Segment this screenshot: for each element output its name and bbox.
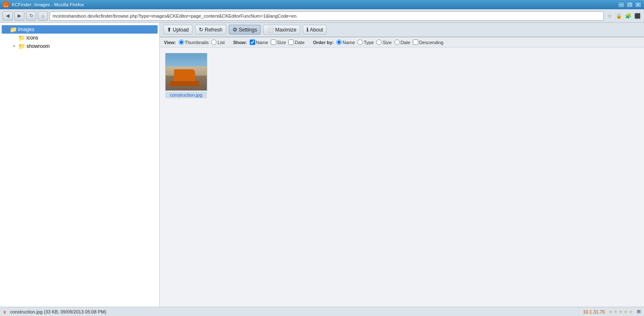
tree-label-showroom: showroom [26, 43, 50, 49]
refresh-button[interactable]: ↻ Refresh [195, 25, 226, 34]
title-bar-controls: — ❐ ✕ [618, 2, 641, 8]
home-button[interactable]: ⌂ [38, 11, 48, 21]
orderby-date-radio[interactable] [394, 40, 400, 45]
orderby-name-label[interactable]: Name [336, 40, 355, 45]
file-info: construction.jpg (33 KB, 09/09/2013 05:0… [10, 309, 106, 314]
firefox-icon: 🦊 [3, 1, 9, 8]
maximize-button[interactable]: ⬜ Maximize [263, 25, 300, 34]
tree-item-showroom[interactable]: + 📁 showroom [10, 42, 158, 50]
address-input[interactable] [50, 11, 604, 21]
orderby-name-radio[interactable] [336, 40, 342, 45]
tree-expander-icons[interactable] [12, 35, 17, 40]
view-group: View: Thumbnails List [164, 40, 225, 45]
show-group: Show: Name Size Date [233, 40, 305, 45]
about-icon: ℹ [306, 26, 309, 33]
address-icons: ☆ 🔒 🧩 ⬛ [605, 12, 641, 20]
tree-label-icons: icons [26, 35, 38, 41]
upload-button[interactable]: ⬆ Upload [163, 25, 193, 34]
construction-image [166, 53, 207, 90]
ip-address: 10.1.31.76 [583, 309, 605, 314]
refresh-label: Refresh [205, 27, 222, 33]
window-title: KCFinder: /images - Mozilla Firefox [12, 2, 84, 7]
view-list-label[interactable]: List [211, 40, 224, 45]
folder-icon-showroom: 📁 [18, 43, 25, 50]
close-label[interactable]: x [3, 309, 6, 314]
back-button[interactable]: ◀ [3, 11, 13, 21]
restore-button[interactable]: ❐ [626, 2, 633, 8]
file-item-construction[interactable]: construction.jpg [164, 52, 208, 100]
refresh-icon: ↻ [199, 26, 203, 33]
orderby-date-label[interactable]: Date [394, 40, 410, 45]
show-date-label[interactable]: Date [288, 40, 304, 45]
tree-item-images[interactable]: − 📁 images [2, 25, 158, 34]
upload-icon: ⬆ [167, 26, 172, 33]
orderby-size-radio[interactable] [376, 40, 382, 45]
tree-expander-showroom[interactable]: + [12, 44, 17, 49]
show-label: Show: [233, 40, 247, 45]
orderby-type-label[interactable]: Type [357, 40, 374, 45]
browser-content: − 📁 images 📁 icons + 📁 showroom ⬆ Upload [0, 23, 644, 307]
title-bar: 🦊 KCFinder: /images - Mozilla Firefox — … [0, 0, 644, 9]
status-right: 10.1.31.76 ★★★★★ ⊞ [583, 309, 641, 315]
orderby-type-radio[interactable] [357, 40, 363, 45]
maximize-label: Maximize [275, 27, 296, 33]
orderby-group: Order by: Name Type Size Date [313, 40, 443, 45]
about-button[interactable]: ℹ About [303, 25, 327, 34]
view-thumbnails-radio[interactable] [179, 40, 184, 45]
addon-icon[interactable]: 🧩 [624, 12, 632, 20]
show-name-label[interactable]: Name [250, 40, 268, 45]
show-size-checkbox[interactable] [271, 40, 276, 45]
close-window-button[interactable]: ✕ [635, 2, 641, 8]
show-name-checkbox[interactable] [250, 40, 255, 45]
maximize-icon: ⬜ [267, 26, 274, 33]
orderby-label: Order by: [313, 40, 334, 45]
settings-button[interactable]: ⚙ Settings [229, 25, 261, 34]
star-rating: ★★★★★ [608, 309, 633, 315]
orderby-descending-checkbox[interactable] [413, 40, 418, 45]
address-bar: ◀ ▶ ↻ ⌂ ☆ 🔒 🧩 ⬛ [0, 9, 644, 23]
tree-item-icons[interactable]: 📁 icons [10, 34, 158, 42]
folder-icon-icons: 📁 [18, 34, 25, 41]
file-thumbnail-construction [165, 53, 207, 91]
file-tree: − 📁 images 📁 icons + 📁 showroom [0, 23, 160, 307]
options-bar: View: Thumbnails List Show: Name [160, 37, 644, 47]
upload-label: Upload [173, 27, 189, 33]
view-label: View: [164, 40, 176, 45]
view-thumbnails-label[interactable]: Thumbnails [179, 40, 209, 45]
status-icon: ⊞ [637, 309, 641, 314]
title-bar-title: 🦊 KCFinder: /images - Mozilla Firefox [3, 1, 84, 8]
toolbar: ⬆ Upload ↻ Refresh ⚙ Settings ⬜ Maximize… [160, 23, 644, 37]
settings-icon: ⚙ [232, 26, 238, 33]
bookmark-icon[interactable]: ☆ [605, 12, 614, 20]
tree-children-images: 📁 icons + 📁 showroom [2, 34, 158, 50]
view-list-radio[interactable] [211, 40, 216, 45]
show-size-label[interactable]: Size [271, 40, 286, 45]
tree-label-images: images [18, 26, 34, 32]
forward-button[interactable]: ▶ [14, 11, 24, 21]
tree-expander-images[interactable]: − [3, 27, 8, 32]
about-label: About [310, 27, 323, 33]
orderby-size-label[interactable]: Size [376, 40, 391, 45]
status-bar: x construction.jpg (33 KB, 09/09/2013 05… [0, 307, 644, 316]
orderby-descending-label[interactable]: Descending [413, 40, 443, 45]
file-name-construction: construction.jpg [165, 92, 207, 98]
minimize-button[interactable]: — [618, 2, 625, 8]
reload-button[interactable]: ↻ [26, 11, 36, 21]
folder-icon-images: 📁 [10, 26, 17, 33]
fullscreen-icon[interactable]: ⬛ [633, 12, 641, 20]
identity-icon[interactable]: 🔒 [615, 12, 623, 20]
right-panel: ⬆ Upload ↻ Refresh ⚙ Settings ⬜ Maximize… [160, 23, 644, 307]
settings-label: Settings [239, 27, 257, 33]
show-date-checkbox[interactable] [288, 40, 294, 45]
file-content: construction.jpg [160, 47, 644, 307]
